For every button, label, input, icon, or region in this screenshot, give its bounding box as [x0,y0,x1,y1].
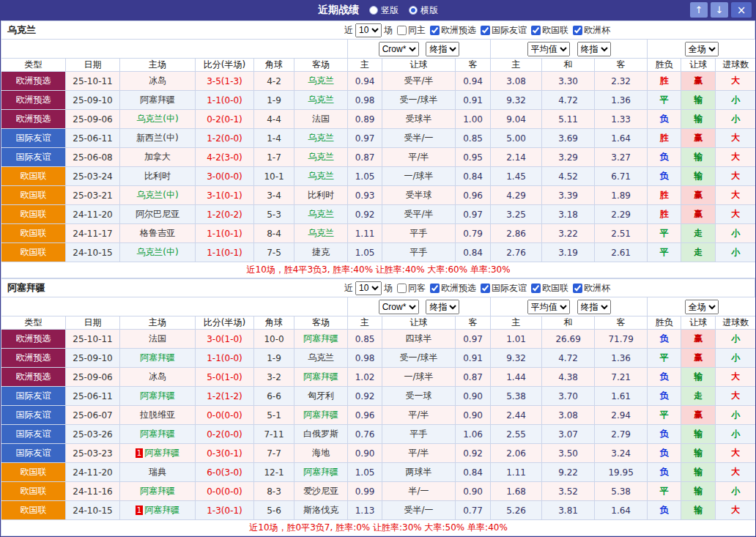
match-row: 欧国联24-10-15乌克兰(中)1-1(0-1)7-5捷克1.05平手0.84… [1,243,756,262]
result-goals: 大 [716,129,756,148]
handicap-line: 受一/球半 [382,91,456,110]
league-checkbox-euro-input[interactable] [573,26,582,35]
avg-away: 2.79 [595,425,648,444]
odds-company-select[interactable]: Crow* [379,42,419,56]
league-checkbox-friendly-input[interactable] [481,284,490,293]
result-handicap: 输 [681,91,716,110]
layout-radio-vertical[interactable]: 竖版 [369,4,399,17]
league-checkbox-euro[interactable]: 欧洲杯 [573,282,610,295]
league-checkbox-unl-input[interactable] [531,26,541,35]
away-team: 乌克兰 [294,148,348,167]
odds-type-select[interactable]: 终指 [426,42,459,56]
col-score: 比分(半场) [196,59,254,72]
average-type-select[interactable]: 终指 [577,300,611,314]
league-checkbox-unl[interactable]: 欧国联 [531,282,568,295]
result-wdl: 平 [648,243,681,262]
same-side-checkbox[interactable]: 同主 [397,24,426,37]
avg-draw: 3.81 [542,501,595,520]
close-icon: × [737,4,746,17]
odds-company-select[interactable]: Crow* [379,300,419,314]
section-header: 阿塞拜疆 近 10 场 同客 欧洲预选 国际友谊 欧国联 [1,278,755,297]
league-checkbox-unl[interactable]: 欧国联 [531,24,568,37]
same-side-checkbox[interactable]: 同客 [397,282,426,295]
match-row: 国际友谊25-03-26阿塞拜疆0-2(0-0)7-11白俄罗斯0.76平手1.… [1,425,756,444]
avg-home: 2.06 [491,444,542,463]
scroll-down-button[interactable]: ↓ [711,2,728,18]
result-wdl: 胜 [648,205,681,224]
league-checkbox-friendly-input[interactable] [481,26,490,35]
handicap-line: 受半/一 [382,129,456,148]
match-row: 欧国联24-11-20阿尔巴尼亚1-2(0-2)5-3乌克兰0.92受平/半0.… [1,205,756,224]
home-team: 拉脱维亚 [120,406,196,425]
away-team: 乌克兰 [294,91,348,110]
league-checkbox-euq[interactable]: 欧洲预选 [430,24,476,37]
average-select[interactable]: 平均值 [527,300,570,314]
corners: 3-2 [254,368,294,387]
avg-draw: 5.11 [542,110,595,129]
away-team: 匈牙利 [294,387,348,406]
odds-home: 1.13 [348,501,382,520]
layout-radio-horizontal[interactable]: 横版 [409,4,438,17]
col-result: 胜负 [648,316,681,330]
match-date: 25-06-11 [66,129,120,148]
result-handicap: 输 [681,463,716,482]
odds-home: 1.11 [348,224,382,243]
scope-select[interactable]: 全场 [685,300,719,314]
same-side-checkbox-input[interactable] [397,284,407,293]
match-date: 25-09-10 [66,349,120,368]
scroll-up-button[interactable]: ↑ [690,2,708,18]
handicap-line: 四球半 [382,330,456,349]
league-checkbox-euq[interactable]: 欧洲预选 [430,282,476,295]
score: 3-0(0-0) [196,167,254,186]
odds-away: 0.84 [456,243,491,262]
score: 3-5(1-3) [196,72,254,91]
odds-home: 0.85 [348,330,382,349]
col-date: 日期 [66,59,120,72]
league-checkbox-friendly[interactable]: 国际友谊 [481,24,527,37]
away-team: 乌克兰 [294,129,348,148]
league-checkbox-euq-input[interactable] [430,284,440,293]
odds-away: 1.00 [456,110,491,129]
league-checkbox-unl-input[interactable] [531,284,541,293]
match-type: 欧国联 [1,224,66,243]
league-checkbox-euro-input[interactable] [573,284,582,293]
average-type-select[interactable]: 终指 [577,42,611,56]
result-handicap: 走 [681,387,716,406]
arrow-up-icon: ↑ [695,4,703,15]
window-buttons: ↑ ↓ × [690,2,752,18]
home-team: 冰岛 [120,368,196,387]
column-header-row: 类型 日期 主场 比分(半场) 角球 客场 主 让球 客 主 和 客 胜负 让球… [1,59,756,72]
odds-home: 1.05 [348,463,382,482]
avg-home: 5.26 [491,501,542,520]
result-wdl: 平 [648,91,681,110]
handicap-line: 平手 [382,243,456,262]
avg-home: 3.25 [491,205,542,224]
average-select[interactable]: 平均值 [527,42,570,56]
avg-away: 6.71 [595,167,648,186]
away-team: 比利时 [294,186,348,205]
league-checkbox-euro[interactable]: 欧洲杯 [573,24,610,37]
close-button[interactable]: × [731,2,752,18]
same-side-checkbox-input[interactable] [397,26,407,35]
result-goals: 大 [716,186,756,205]
result-wdl: 负 [648,110,681,129]
col-odds-home: 主 [348,316,382,330]
odds-away: 0.91 [456,349,491,368]
league-checkbox-friendly[interactable]: 国际友谊 [481,282,527,295]
team-name: 乌克兰 [7,23,36,37]
league-checkbox-euq-input[interactable] [430,26,440,35]
scope-select[interactable]: 全场 [685,42,719,56]
selector-row: Crow* 终指 平均值 终指 全场 [1,40,756,59]
handicap-line: 受平/半 [382,72,456,91]
match-count-select[interactable]: 10 [355,23,382,37]
score: 6-0(3-0) [196,463,254,482]
avg-away: 7.21 [595,368,648,387]
score: 0-2(0-1) [196,110,254,129]
match-count-select[interactable]: 10 [355,281,382,295]
match-date: 25-03-23 [66,444,120,463]
avg-home: 2.86 [491,224,542,243]
handicap-line: 受球半 [382,110,456,129]
match-date: 25-03-26 [66,425,120,444]
result-wdl: 胜 [648,72,681,91]
odds-type-select[interactable]: 终指 [426,300,459,314]
